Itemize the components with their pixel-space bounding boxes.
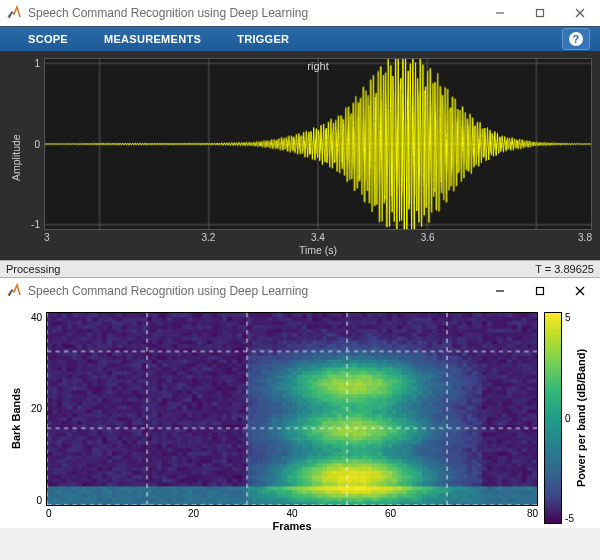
status-time: T = 3.89625 [535,263,594,275]
minimize-button[interactable] [480,278,520,304]
scope-titlebar[interactable]: Speech Command Recognition using Deep Le… [0,0,600,26]
scope-window-title: Speech Command Recognition using Deep Le… [28,6,480,20]
spectrogram-yticks: 40 20 0 [24,312,46,506]
waveform-yticks: 1 0 -1 [24,58,44,230]
status-left: Processing [6,263,60,275]
colorbar-label: Power per band (dB/Band) [574,312,590,524]
scope-window: Speech Command Recognition using Deep Le… [0,0,600,278]
scope-plot-panel: Amplitude 1 0 -1 right 3 3.2 3. [0,52,600,260]
tab-scope[interactable]: SCOPE [10,26,86,52]
svg-rect-1 [537,10,544,17]
colorbar: 5 0 -5 Power per band (dB/Band) [544,312,590,524]
spectrogram-xticks: 0 20 40 60 80 [46,506,538,519]
waveform-ylabel: Amplitude [8,58,24,258]
maximize-button[interactable] [520,0,560,26]
matlab-icon [6,5,22,21]
help-button[interactable]: ? [562,28,590,50]
tab-measurements[interactable]: MEASUREMENTS [86,26,219,52]
spectrogram-window-title: Speech Command Recognition using Deep Le… [28,284,480,298]
waveform-xticks: 3 3.2 3.4 3.6 3.8 [44,230,592,243]
scope-statusbar: Processing T = 3.89625 [0,260,600,278]
spectrogram-xlabel: Frames [46,519,538,532]
close-button[interactable] [560,278,600,304]
waveform-title: right [44,60,592,72]
svg-rect-5 [537,288,544,295]
matlab-icon [6,283,22,299]
waveform-xlabel: Time (s) [44,243,592,258]
spectrogram-panel: Bark Bands 40 20 0 0 20 40 60 [0,304,600,528]
waveform-canvas[interactable] [44,58,592,230]
window-controls [480,278,600,304]
help-icon: ? [569,32,583,46]
maximize-button[interactable] [520,278,560,304]
minimize-button[interactable] [480,0,520,26]
colorbar-gradient [544,312,562,524]
colorbar-ticks: 5 0 -5 [562,312,574,524]
spectrogram-titlebar[interactable]: Speech Command Recognition using Deep Le… [0,278,600,304]
spectrogram-window: Speech Command Recognition using Deep Le… [0,278,600,528]
window-controls [480,0,600,26]
close-button[interactable] [560,0,600,26]
tab-trigger[interactable]: TRIGGER [219,26,307,52]
spectrogram-ylabel: Bark Bands [8,312,24,524]
scope-toolbar: SCOPE MEASUREMENTS TRIGGER ? [0,26,600,52]
spectrogram-canvas[interactable] [46,312,538,506]
